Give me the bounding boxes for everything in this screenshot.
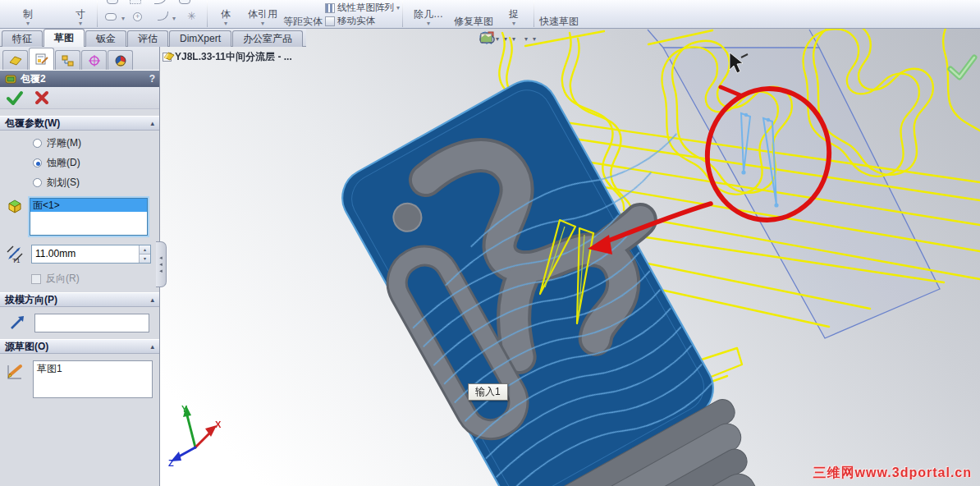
radio-icon[interactable] xyxy=(33,178,42,187)
toolbar-button-smart-dimension[interactable]: 寸 xyxy=(59,9,102,27)
toolbar-button-move-entities[interactable]: 移动实体 xyxy=(325,15,375,27)
toolbar-separator xyxy=(207,1,208,27)
section-header-source-sketch[interactable]: 源草图(O) xyxy=(0,339,159,354)
radio-scribe[interactable]: 刻划(S) xyxy=(33,176,159,190)
toolbar-button-linear-sketch-pattern[interactable]: 线性草图阵列 xyxy=(325,2,400,14)
point-pattern-icon[interactable] xyxy=(130,0,141,4)
3d-viewport-canvas[interactable]: Y X Z xyxy=(160,29,980,486)
tab-features[interactable]: 特征 xyxy=(2,30,43,47)
source-sketch-listbox[interactable]: 草图1 xyxy=(33,360,153,398)
toolbar-button-convert-entities[interactable]: 体引用 xyxy=(243,9,282,27)
triad-x-label: X xyxy=(215,420,222,429)
panel-splitter-handle[interactable] xyxy=(156,241,167,287)
tab-evaluate[interactable]: 评估 xyxy=(127,30,168,47)
radio-deboss[interactable]: 蚀雕(D) xyxy=(33,156,159,170)
command-manager-tab-bar: 特征 草图 钣金 评估 DimXpert 办公室产品 xyxy=(0,29,306,47)
polygon-icon[interactable]: + xyxy=(133,12,142,21)
dropdown-caret-icon[interactable] xyxy=(210,20,241,27)
toolbar-button-snap[interactable]: 捉 xyxy=(497,9,530,27)
thickness-dimension-icon: T1 xyxy=(5,244,25,264)
thickness-input[interactable] xyxy=(32,245,139,263)
document-title: YJ8L.33-11中间分流层 - ... xyxy=(175,50,292,64)
dimxpert-manager-icon xyxy=(87,54,102,67)
dropdown-caret-icon[interactable] xyxy=(7,20,49,27)
pull-direction-listbox[interactable] xyxy=(34,314,149,332)
face-selection-listbox[interactable]: 面<1> xyxy=(30,198,148,236)
cancel-button[interactable] xyxy=(34,89,50,106)
ok-button[interactable] xyxy=(6,89,24,106)
selected-face-item[interactable]: 面<1> xyxy=(30,199,147,212)
tab-dimxpert[interactable]: DimXpert xyxy=(169,30,231,47)
spin-down-button[interactable] xyxy=(140,254,150,263)
spinner xyxy=(139,245,150,263)
spline-icon[interactable] xyxy=(154,0,167,4)
tab-property-manager[interactable] xyxy=(29,48,54,70)
source-sketch-row: 草图1 xyxy=(5,360,159,398)
solidworks-window: 制 寸 + ✳ 体 体引用 等距实体 线性草图阵列 移动实体 xyxy=(0,0,980,486)
radio-icon[interactable] xyxy=(33,139,42,148)
spin-up-button[interactable] xyxy=(140,245,150,254)
asterisk-pattern-icon[interactable]: ✳ xyxy=(187,10,196,22)
confirmation-corner-check-icon[interactable] xyxy=(950,57,974,77)
tab-office-products[interactable]: 办公室产品 xyxy=(232,30,303,47)
watermark-text: 三维网www.3dportal.cn xyxy=(813,465,972,482)
triad-z-label: Z xyxy=(168,458,174,468)
dropdown-caret-icon[interactable] xyxy=(396,4,400,11)
thickness-input-wrap xyxy=(31,245,151,264)
source-sketch-item[interactable]: 草图1 xyxy=(37,363,62,374)
apply-scene-button[interactable] xyxy=(524,35,528,43)
toolbar-button-offset-entities[interactable]: 等距实体 xyxy=(282,16,323,27)
heads-up-view-toolbar xyxy=(479,30,536,47)
tab-display-manager[interactable] xyxy=(108,50,133,70)
toolbar-separator xyxy=(97,1,98,27)
dropdown-caret-icon[interactable] xyxy=(243,20,282,27)
tooltip: 输入1 xyxy=(468,383,508,401)
straight-slot-icon[interactable] xyxy=(105,13,117,21)
toolbar-button-rapid-sketch[interactable]: 快速草图 xyxy=(538,16,579,27)
tab-sheet-metal[interactable]: 钣金 xyxy=(85,30,126,47)
collapse-chevron-icon[interactable] xyxy=(150,117,154,131)
hide-show-items-button[interactable] xyxy=(511,35,515,43)
dropdown-caret-icon[interactable] xyxy=(497,20,530,27)
toolbar-separator xyxy=(534,1,534,27)
property-manager-icon xyxy=(34,53,49,66)
reverse-direction-row: 反向(R) xyxy=(31,272,159,286)
dropdown-caret-icon[interactable] xyxy=(172,15,176,22)
toolbar-button-fillet[interactable]: 制 xyxy=(7,9,49,27)
display-style-button[interactable] xyxy=(503,35,507,43)
pull-direction-row xyxy=(8,314,159,332)
radio-emboss[interactable]: 浮雕(M) xyxy=(33,136,159,150)
view-settings-button[interactable] xyxy=(532,35,536,43)
face-selection-row: 面<1> xyxy=(7,198,159,236)
dropdown-caret-icon[interactable] xyxy=(121,15,125,22)
feature-title: 包覆2 xyxy=(21,72,46,86)
radio-icon-selected[interactable] xyxy=(33,158,42,167)
tab-sketch[interactable]: 草图 xyxy=(44,29,85,47)
tab-dimxpert-manager[interactable] xyxy=(81,50,107,70)
move-entities-icon xyxy=(325,16,335,26)
section-header-wrap-params[interactable]: 包覆参数(W) xyxy=(0,116,159,131)
collapse-chevron-icon[interactable] xyxy=(150,340,154,354)
checkbox-icon[interactable] xyxy=(31,274,41,284)
dropdown-caret-icon[interactable] xyxy=(407,20,450,27)
command-manager-toolbar: 制 寸 + ✳ 体 体引用 等距实体 线性草图阵列 移动实体 xyxy=(0,0,980,29)
tab-configuration-manager[interactable] xyxy=(55,50,80,70)
face-select-icon xyxy=(7,198,23,214)
graphics-area[interactable]: Y X Z + YJ8L.33-11中间分流层 - ... xyxy=(160,29,980,486)
wrap-feature-icon xyxy=(4,73,17,85)
tab-feature-manager-tree[interactable] xyxy=(2,50,28,70)
sketch-pencil-icon xyxy=(5,360,26,382)
help-button[interactable]: ? xyxy=(149,73,155,85)
dropdown-caret-icon[interactable] xyxy=(59,20,102,27)
flyout-feature-tree[interactable]: + YJ8L.33-11中间分流层 - ... xyxy=(163,50,292,64)
arc-icon[interactable] xyxy=(158,11,168,21)
collapse-chevron-icon[interactable] xyxy=(150,293,154,307)
slot-icon[interactable] xyxy=(179,0,190,4)
property-manager-panel: 包覆2 ? 包覆参数(W) 浮雕(M) 蚀雕(D) 刻划(S) 面<1> xyxy=(0,47,160,486)
section-header-pull-direction[interactable]: 拔模方向(P) xyxy=(0,292,159,307)
toolbar-button-display-delete-relations[interactable]: 除几… xyxy=(407,9,450,27)
toolbar-button-trim-entities[interactable]: 体 xyxy=(210,9,241,27)
rectangle-icon[interactable] xyxy=(107,0,118,4)
pm-action-row xyxy=(0,87,159,109)
toolbar-button-repair-sketch[interactable]: 修复草图 xyxy=(453,16,494,27)
